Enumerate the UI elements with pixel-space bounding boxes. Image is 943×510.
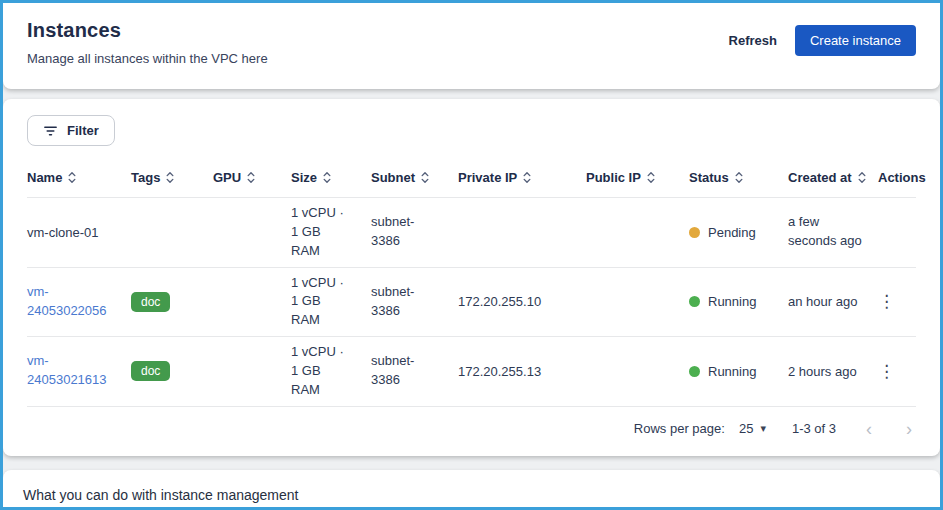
filter-icon: [43, 125, 58, 137]
row-actions-kebab-icon[interactable]: ⋮: [878, 363, 895, 380]
rows-per-page-label: Rows per page:: [634, 421, 725, 436]
cell-name: vm-clone-01: [27, 225, 131, 240]
cell-actions: ⋮: [878, 293, 919, 310]
column-header-actions: Actions: [878, 170, 928, 185]
pagination-bar: Rows per page: 25 ▾ 1-3 of 3 ‹ ›: [27, 406, 916, 456]
help-section: What you can do with instance management…: [3, 470, 940, 510]
column-header-label: Tags: [131, 170, 160, 185]
sort-icon[interactable]: [420, 170, 430, 185]
chevron-down-icon: ▾: [760, 422, 766, 435]
instance-name-link[interactable]: vm- 24053021613: [27, 353, 107, 387]
cell-subnet: subnet- 3386: [371, 352, 458, 390]
rows-per-page-select[interactable]: 25 ▾: [739, 421, 766, 436]
column-header-label: Private IP: [458, 170, 517, 185]
cell-status: Running: [689, 364, 788, 379]
sort-icon[interactable]: [857, 170, 867, 185]
cell-subnet: subnet- 3386: [371, 213, 458, 251]
column-header-label: Public IP: [586, 170, 641, 185]
column-header-label: Actions: [878, 170, 926, 185]
sort-icon[interactable]: [322, 170, 332, 185]
table-header-row: Name Tags GPU Size Subnet Private IP Pub…: [27, 160, 916, 197]
cell-created-at: 2 hours ago: [788, 364, 878, 379]
status-label: Running: [708, 294, 756, 309]
cell-created-at: a few seconds ago: [788, 213, 878, 251]
column-header-created-at[interactable]: Created at: [788, 170, 878, 185]
cell-size: 1 vCPU · 1 GB RAM: [291, 204, 371, 261]
create-instance-button[interactable]: Create instance: [795, 25, 916, 56]
page-header: Instances Manage all instances within th…: [3, 3, 940, 89]
cell-name: vm- 24053021613: [27, 352, 131, 390]
status-running-dot-icon: [689, 296, 700, 307]
page-header-text: Instances Manage all instances within th…: [27, 19, 268, 66]
column-header-label: GPU: [213, 170, 241, 185]
cell-size: 1 vCPU · 1 GB RAM: [291, 274, 371, 331]
cell-created-at: an hour ago: [788, 294, 878, 309]
cell-tags: doc: [131, 292, 213, 312]
column-header-subnet[interactable]: Subnet: [371, 170, 458, 185]
tag-chip: doc: [131, 292, 170, 312]
table-row: vm- 24053021613 doc 1 vCPU · 1 GB RAM su…: [27, 336, 916, 406]
status-running-dot-icon: [689, 366, 700, 377]
sort-icon[interactable]: [646, 170, 656, 185]
previous-page-icon[interactable]: ‹: [866, 420, 872, 438]
sort-icon[interactable]: [67, 170, 77, 185]
cell-private-ip: 172.20.255.10: [458, 294, 586, 309]
cell-status: Pending: [689, 225, 788, 240]
column-header-public-ip[interactable]: Public IP: [586, 170, 689, 185]
sort-icon[interactable]: [734, 170, 744, 185]
cell-tags: doc: [131, 361, 213, 381]
sort-icon[interactable]: [246, 170, 256, 185]
column-header-label: Name: [27, 170, 62, 185]
column-header-tags[interactable]: Tags: [131, 170, 213, 185]
column-header-gpu[interactable]: GPU: [213, 170, 291, 185]
sort-icon[interactable]: [522, 170, 532, 185]
cell-private-ip: 172.20.255.13: [458, 364, 586, 379]
instances-table-card: Filter Name Tags GPU Size Subnet Private…: [3, 99, 940, 456]
cell-name: vm- 24053022056: [27, 283, 131, 321]
filter-button[interactable]: Filter: [27, 115, 115, 146]
refresh-button[interactable]: Refresh: [729, 33, 777, 48]
cell-subnet: subnet- 3386: [371, 283, 458, 321]
column-header-size[interactable]: Size: [291, 170, 371, 185]
column-header-label: Size: [291, 170, 317, 185]
header-actions: Refresh Create instance: [729, 25, 916, 56]
help-section-title: What you can do with instance management: [23, 487, 920, 503]
instance-name-link[interactable]: vm- 24053022056: [27, 284, 107, 318]
pagination-range: 1-3 of 3: [792, 421, 836, 436]
status-pending-dot-icon: [689, 227, 700, 238]
status-label: Running: [708, 364, 756, 379]
page-title: Instances: [27, 19, 268, 42]
next-page-icon[interactable]: ›: [906, 420, 912, 438]
table-row: vm- 24053022056 doc 1 vCPU · 1 GB RAM su…: [27, 267, 916, 337]
column-header-label: Status: [689, 170, 729, 185]
rows-per-page-value: 25: [739, 421, 753, 436]
cell-size: 1 vCPU · 1 GB RAM: [291, 343, 371, 400]
cell-actions: ⋮: [878, 363, 919, 380]
column-header-label: Subnet: [371, 170, 415, 185]
sort-icon[interactable]: [165, 170, 175, 185]
page-subtitle: Manage all instances within the VPC here: [27, 51, 268, 66]
cell-status: Running: [689, 294, 788, 309]
tag-chip: doc: [131, 361, 170, 381]
row-actions-kebab-icon[interactable]: ⋮: [878, 293, 895, 310]
filter-button-label: Filter: [67, 123, 99, 138]
column-header-name[interactable]: Name: [27, 170, 131, 185]
table-row: vm-clone-01 1 vCPU · 1 GB RAM subnet- 33…: [27, 197, 916, 267]
column-header-private-ip[interactable]: Private IP: [458, 170, 586, 185]
status-label: Pending: [708, 225, 756, 240]
column-header-label: Created at: [788, 170, 852, 185]
column-header-status[interactable]: Status: [689, 170, 788, 185]
pagination-nav: ‹ ›: [866, 420, 912, 438]
